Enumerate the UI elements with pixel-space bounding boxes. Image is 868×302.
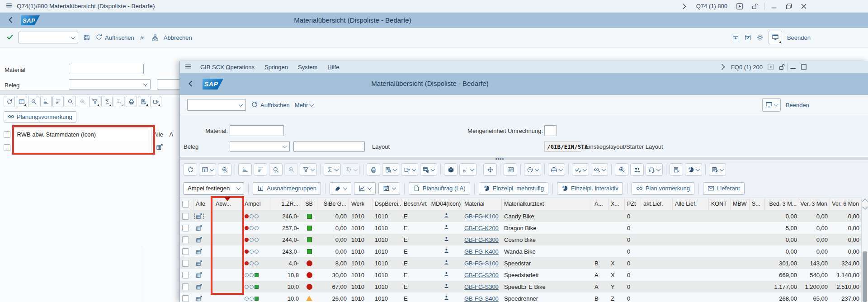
col-header-v3[interactable]: Ver. 3 Mon	[799, 198, 830, 210]
printer-button[interactable]	[126, 96, 137, 107]
col-header-alle[interactable]: Alle	[193, 198, 213, 210]
magnifier-minus-button[interactable]	[28, 96, 39, 107]
md04-person-icon[interactable]	[443, 224, 449, 231]
table-row-GB-FG-K300[interactable]: 244,0-0,0010101010EGB-FG-K300Cosmo Bike0…	[180, 234, 861, 245]
row-checkbox[interactable]	[182, 283, 189, 290]
refresh-button[interactable]: Auffrischen	[95, 33, 134, 42]
formula-button[interactable]: fx	[459, 163, 476, 176]
detail-grid-icon[interactable]	[196, 248, 203, 255]
col-header-zr[interactable]: 1.ZR...	[271, 198, 301, 210]
col-header-v6[interactable]: Ver. 6 Mon	[830, 198, 861, 210]
sum-button[interactable]	[101, 96, 113, 107]
ausnahmegruppen-button[interactable]: Ausnahmegruppen	[253, 182, 321, 195]
detail-grid-icon[interactable]	[196, 260, 203, 267]
cancel-button[interactable]: Abbrechen	[164, 34, 192, 41]
col-header-akt[interactable]: akt.Lief.	[641, 198, 673, 210]
window-down-button[interactable]	[732, 34, 739, 41]
check-pencil-button[interactable]	[572, 163, 589, 176]
material-link[interactable]: GB-FG-S200	[464, 272, 499, 278]
menu-item-hilfe[interactable]: Hilfe	[322, 64, 344, 71]
detail-grid-icon[interactable]	[196, 295, 203, 302]
col-header-pzt[interactable]: PZt	[625, 198, 641, 210]
material-link[interactable]: GB-FG-K200	[464, 225, 499, 231]
form-pencil-button[interactable]	[709, 163, 726, 176]
grid-all-icon[interactable]	[156, 143, 163, 152]
magnifier-minus-button[interactable]	[218, 163, 231, 176]
hamburger-menu-icon[interactable]	[5, 2, 13, 10]
einzelpl-interaktiv-button[interactable]: Einzelpl. interaktiv	[557, 182, 623, 195]
people-button[interactable]	[630, 163, 644, 176]
vertical-scrollbar[interactable]	[861, 198, 868, 302]
layout-grid-button[interactable]	[199, 163, 216, 176]
print-preview-button[interactable]	[382, 163, 399, 176]
calendar-button[interactable]	[378, 182, 400, 195]
minimize-button[interactable]	[788, 62, 798, 72]
chevron-right-icon[interactable]	[717, 62, 728, 72]
col-header-kont[interactable]: KONT	[709, 198, 731, 210]
row-checkbox[interactable]	[182, 213, 189, 220]
layout-grid-button[interactable]	[16, 96, 27, 107]
subtotal-button[interactable]	[113, 96, 125, 107]
detail-grid-icon[interactable]	[196, 213, 203, 220]
table-row-GB-FG-S200[interactable]: 10,830,0010101010EGB-FG-S200Speedstarlet…	[180, 269, 861, 281]
export-button[interactable]	[150, 96, 161, 107]
save-button[interactable]	[83, 34, 90, 41]
command-combobox[interactable]	[187, 99, 246, 111]
einzelpl-mehrstufig-button[interactable]: Einzelpl. mehrstufig	[479, 182, 548, 195]
insert-row-button[interactable]	[548, 163, 565, 176]
refresh-button[interactable]	[184, 163, 197, 176]
back-icon[interactable]	[7, 16, 14, 25]
planungsvormerkung-button[interactable]: Planungsvormerkung	[4, 111, 76, 123]
magnifier-plus-button[interactable]	[284, 163, 298, 176]
detail-grid-icon[interactable]	[196, 283, 203, 290]
row-checkbox[interactable]	[182, 225, 189, 231]
col-header-sibe[interactable]: SiBe G...	[317, 198, 349, 210]
hamburger-menu-icon[interactable]	[184, 63, 192, 71]
detail-grid-icon[interactable]	[196, 236, 203, 243]
md04-person-icon[interactable]	[443, 248, 449, 255]
chart-button[interactable]	[354, 182, 376, 195]
table-row-GB-FG-K200[interactable]: 257,0-0,0010101010EGB-FG-K200Dragon Bike…	[180, 222, 861, 234]
layout-value-field[interactable]: /GIB/EIN/STA	[544, 141, 581, 152]
add-circle-button[interactable]	[524, 163, 541, 176]
col-header-dsp[interactable]: DspBerei...	[373, 198, 401, 210]
table-row-GB-FG-S400[interactable]: 10,026,0010101010EGB-FG-S400SpeedrennerB…	[180, 293, 861, 302]
cube-button[interactable]	[444, 163, 458, 176]
play-icon[interactable]	[734, 1, 745, 11]
org-chart-button[interactable]	[151, 34, 159, 41]
export-button[interactable]	[401, 163, 418, 176]
row-checkbox[interactable]	[182, 248, 189, 255]
beleg-combobox[interactable]	[69, 79, 151, 90]
subtotal-button[interactable]	[343, 163, 360, 176]
more-button[interactable]: Mehr	[295, 102, 314, 109]
refresh-button[interactable]	[4, 96, 15, 107]
refresh-button[interactable]: Auffrischen	[251, 101, 290, 109]
col-header-a[interactable]: A...	[592, 198, 609, 210]
exit-button[interactable]: Beenden	[786, 102, 809, 109]
md04-person-icon[interactable]	[443, 236, 449, 243]
magnifier-plus-button[interactable]	[615, 163, 628, 176]
planauftrag-button[interactable]: Planauftrag (LA)	[409, 182, 470, 195]
material-link[interactable]: GB-FG-K100	[464, 213, 499, 220]
col-header-allelief[interactable]: Alle Lief.	[673, 198, 709, 210]
uom-input[interactable]	[544, 125, 557, 136]
gib-planning-button[interactable]	[330, 182, 351, 195]
close-button[interactable]	[798, 1, 809, 11]
col-header-s[interactable]: S...	[750, 198, 765, 210]
table-settings-button[interactable]	[420, 163, 437, 176]
col-header-bed[interactable]: Bed. 3 M...	[765, 198, 799, 210]
magnifier-button[interactable]	[65, 96, 76, 107]
sum-button[interactable]	[324, 163, 341, 176]
scrollbar-thumb[interactable]	[863, 251, 867, 302]
printer-button[interactable]	[367, 163, 380, 176]
material-link[interactable]: GB-FG-S400	[464, 295, 499, 302]
col-header-md04[interactable]: MD04(Icon)	[430, 198, 462, 210]
exit-button[interactable]: Beenden	[787, 34, 811, 41]
col-header-a[interactable]: A	[168, 131, 180, 138]
formula-button[interactable]: fx	[139, 34, 146, 41]
table-row-GB-FG-K400[interactable]: 243,0-0,0010101010EGB-FG-K400Wanda Bike0…	[180, 245, 861, 257]
filter-button[interactable]	[300, 163, 317, 176]
print-preview-button[interactable]	[138, 96, 149, 107]
col-header-sel[interactable]	[180, 198, 193, 210]
md04-person-icon[interactable]	[443, 212, 449, 220]
